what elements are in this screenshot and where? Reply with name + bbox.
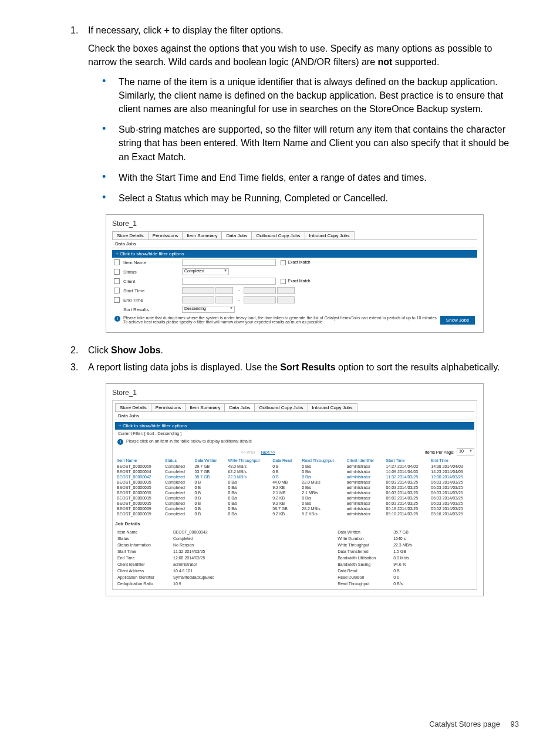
table-row[interactable]: BEOST_00000042Completed35.7 GB22.3 MB/s0… bbox=[115, 474, 474, 480]
tab-inbound[interactable]: Inbound Copy Jobs bbox=[305, 231, 355, 239]
col-header[interactable]: Status bbox=[163, 457, 193, 464]
label-start-time: Start Time bbox=[123, 288, 182, 293]
cell: Completed bbox=[163, 485, 193, 490]
cell: 05:52 2014/03/25 bbox=[429, 506, 474, 511]
cell: BEOST_00000035 bbox=[115, 485, 163, 490]
detail-val: 35.7 GB bbox=[391, 529, 474, 535]
col-header[interactable]: Read Throughput bbox=[300, 457, 345, 464]
tab-store-details[interactable]: Store Details bbox=[115, 403, 151, 411]
tab-data-jobs[interactable]: Data Jobs bbox=[221, 231, 252, 239]
table-row[interactable]: BEOST_00000064Completed53.7 GB62.2 MB/s0… bbox=[115, 469, 474, 474]
tab-item-summary[interactable]: Item Summary bbox=[182, 231, 222, 239]
cell: Completed bbox=[163, 474, 193, 480]
tab-inbound[interactable]: Inbound Copy Jobs bbox=[308, 403, 357, 411]
text: option to sort the results alphabeticall… bbox=[336, 362, 500, 372]
filter-toggle-bar[interactable]: + Click to show/hide filter options bbox=[112, 250, 477, 258]
subtab-data-jobs[interactable]: Data Jobs bbox=[112, 240, 477, 248]
table-row[interactable]: BEOST_00000035Completed0 B0 B/s2.1 MB2.1… bbox=[115, 490, 474, 495]
tab-permissions[interactable]: Permissions bbox=[148, 231, 183, 239]
col-header[interactable]: Data Written bbox=[193, 457, 227, 464]
cell: BEOST_00000042 bbox=[115, 474, 163, 480]
table-row[interactable]: BEOST_00000039Completed0 B0 B/s58.7 GB28… bbox=[115, 506, 474, 511]
cell: 06:03 2014/03/25 bbox=[429, 485, 474, 490]
checkbox-item-name[interactable] bbox=[114, 259, 120, 265]
detail-val: 8.0 Mb/s bbox=[391, 555, 474, 561]
input-start-time1[interactable] bbox=[215, 287, 233, 294]
col-header[interactable]: End Time bbox=[429, 457, 474, 464]
checkbox-status[interactable] bbox=[114, 269, 120, 275]
input-client[interactable] bbox=[182, 278, 276, 285]
cell: 0 B bbox=[193, 480, 227, 485]
tab-store-details[interactable]: Store Details bbox=[112, 231, 149, 239]
tab-data-jobs[interactable]: Data Jobs bbox=[224, 403, 255, 411]
cell: 0 B/s bbox=[226, 490, 271, 495]
select-ipp[interactable]: 10 bbox=[457, 448, 474, 455]
input-end-time1[interactable] bbox=[215, 296, 233, 303]
detail-key: Deduplication Ratio bbox=[115, 580, 171, 587]
checkbox-exact-item[interactable] bbox=[281, 260, 286, 265]
input-item-name[interactable] bbox=[182, 259, 276, 266]
step-1: 1. If necessary, click + to display the … bbox=[88, 23, 519, 205]
cell: 0 B/s bbox=[226, 506, 271, 511]
cell: administrator bbox=[345, 474, 384, 480]
next-link[interactable]: Next >> bbox=[261, 450, 275, 454]
jobs-table: Item NameStatusData WrittenWrite Through… bbox=[115, 457, 474, 517]
cell: administrator bbox=[345, 485, 384, 490]
col-header[interactable]: Start Time bbox=[384, 457, 430, 464]
cell: 9.2 KB bbox=[271, 501, 300, 506]
tab-outbound[interactable]: Outbound Copy Jobs bbox=[254, 403, 308, 411]
bold: not bbox=[378, 57, 393, 67]
input-start-time2[interactable] bbox=[277, 287, 295, 294]
window-title: Store_1 bbox=[112, 389, 477, 397]
select-status[interactable]: Completed bbox=[182, 268, 229, 275]
cell: administrator bbox=[345, 511, 384, 517]
select-sort[interactable]: Descending bbox=[182, 306, 235, 313]
cell: administrator bbox=[345, 469, 384, 474]
table-row[interactable]: BEOST_00000069Completed29.7 GB48.0 MB/s0… bbox=[115, 464, 474, 469]
checkbox-end-time[interactable] bbox=[114, 297, 120, 303]
table-row[interactable]: BEOST_00000039Completed0 B0 B/s9.2 KB9.2… bbox=[115, 511, 474, 517]
input-start-date2[interactable] bbox=[244, 287, 276, 294]
cell: 28.2 MB/s bbox=[300, 506, 345, 511]
cell: 14:23 2014/04/03 bbox=[429, 469, 474, 474]
tab-item-summary[interactable]: Item Summary bbox=[185, 403, 225, 411]
step-3: 3. A report listing data jobs is display… bbox=[88, 360, 519, 374]
input-end-time2[interactable] bbox=[277, 296, 295, 303]
col-header[interactable]: Write Throughput bbox=[226, 457, 271, 464]
ipp-label: Items Per Page: bbox=[425, 450, 454, 454]
label-sort-results: Sort Results bbox=[123, 307, 182, 312]
cell: 58.7 GB bbox=[271, 506, 300, 511]
col-header[interactable]: Item Name bbox=[115, 457, 163, 464]
cell: BEOST_00000035 bbox=[115, 490, 163, 495]
table-row[interactable]: BEOST_00000035Completed0 B0 B/s9.2 KB0 B… bbox=[115, 501, 474, 506]
cell: administrator bbox=[345, 506, 384, 511]
show-jobs-button[interactable]: Show Jobs bbox=[440, 316, 475, 325]
cell: Completed bbox=[163, 501, 193, 506]
cell: 05:18 2014/03/25 bbox=[429, 511, 474, 517]
tab-permissions[interactable]: Permissions bbox=[151, 403, 186, 411]
checkbox-start-time[interactable] bbox=[114, 288, 120, 293]
tab-outbound[interactable]: Outbound Copy Jobs bbox=[251, 231, 305, 239]
filter-toggle-bar[interactable]: + Click to show/hide filter options bbox=[115, 422, 474, 430]
cell: 06:03 2014/03/25 bbox=[429, 480, 474, 485]
cell: 22.0 MB/s bbox=[300, 480, 345, 485]
cell: 9.2 KB bbox=[271, 511, 300, 517]
table-row[interactable]: BEOST_00000035Completed0 B0 B/s9.2 KB0 B… bbox=[115, 485, 474, 490]
input-end-date2[interactable] bbox=[244, 296, 276, 303]
input-end-date1[interactable] bbox=[182, 296, 214, 303]
table-row[interactable]: BEOST_00000035Completed0 B0 B/s9.2 KB0 B… bbox=[115, 495, 474, 501]
cell: 2.1 MB/s bbox=[300, 490, 345, 495]
col-header[interactable]: Data Read bbox=[271, 457, 300, 464]
input-start-date1[interactable] bbox=[182, 287, 214, 294]
cell: 0 B/s bbox=[300, 495, 345, 501]
checkbox-exact-client[interactable] bbox=[281, 279, 286, 284]
bold: Sort Results bbox=[280, 362, 335, 372]
detail-key: Write Duration bbox=[335, 535, 391, 542]
checkbox-client[interactable] bbox=[114, 278, 120, 284]
detail-val: 22.3 MB/s bbox=[391, 542, 474, 548]
col-header[interactable]: Client Identifier bbox=[345, 457, 384, 464]
detail-key: Client Address bbox=[115, 568, 171, 574]
table-row[interactable]: BEOST_00000035Completed0 B0 B/s44.0 MB22… bbox=[115, 480, 474, 485]
detail-val: No Reason bbox=[171, 542, 335, 548]
subtab-data-jobs[interactable]: Data Jobs bbox=[115, 412, 474, 420]
